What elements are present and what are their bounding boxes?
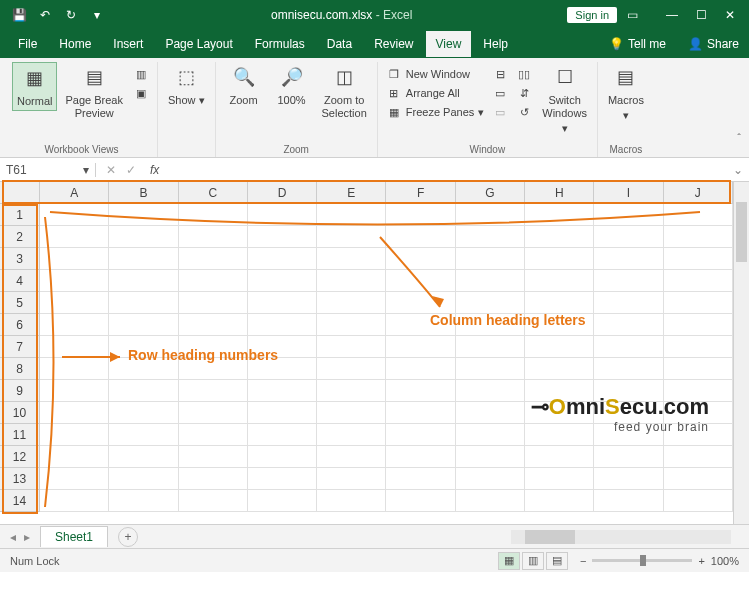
cell[interactable] — [40, 446, 109, 468]
cell[interactable] — [386, 424, 455, 446]
macros-button[interactable]: ▤ Macros ▾ — [604, 62, 648, 124]
cell[interactable] — [40, 226, 109, 248]
page-break-preview-button[interactable]: ▤ Page Break Preview — [61, 62, 126, 122]
cell[interactable] — [109, 270, 178, 292]
tab-insert[interactable]: Insert — [103, 31, 153, 57]
cell[interactable] — [248, 204, 317, 226]
cell[interactable] — [594, 226, 663, 248]
cell[interactable] — [40, 204, 109, 226]
maximize-icon[interactable]: ☐ — [696, 8, 707, 22]
cell[interactable] — [456, 336, 525, 358]
cell[interactable] — [109, 446, 178, 468]
cell[interactable] — [248, 490, 317, 512]
cell[interactable] — [525, 270, 594, 292]
cell[interactable] — [386, 248, 455, 270]
page-layout-icon[interactable]: ▥ — [133, 66, 149, 82]
fx-label[interactable]: fx — [146, 163, 159, 177]
cell[interactable] — [664, 292, 733, 314]
cell[interactable] — [109, 314, 178, 336]
zoom-out-button[interactable]: − — [580, 555, 586, 567]
cell[interactable] — [248, 446, 317, 468]
cell[interactable] — [40, 424, 109, 446]
cell[interactable] — [386, 336, 455, 358]
cell[interactable] — [40, 314, 109, 336]
cell[interactable] — [664, 270, 733, 292]
cell[interactable] — [317, 380, 386, 402]
cell[interactable] — [248, 402, 317, 424]
reset-pos-icon[interactable]: ↺ — [516, 104, 532, 120]
cell[interactable] — [525, 226, 594, 248]
cell[interactable] — [386, 226, 455, 248]
cell[interactable] — [317, 204, 386, 226]
cell[interactable] — [664, 446, 733, 468]
add-sheet-button[interactable]: + — [118, 527, 138, 547]
cell[interactable] — [109, 424, 178, 446]
cell[interactable] — [525, 490, 594, 512]
cell[interactable] — [109, 380, 178, 402]
status-normal-view-icon[interactable]: ▦ — [498, 552, 520, 570]
cell[interactable] — [179, 402, 248, 424]
name-box[interactable]: T61 ▾ — [0, 163, 96, 177]
cell[interactable] — [664, 336, 733, 358]
minimize-icon[interactable]: — — [666, 8, 678, 22]
cell[interactable] — [179, 226, 248, 248]
tab-page-layout[interactable]: Page Layout — [155, 31, 242, 57]
cell[interactable] — [386, 446, 455, 468]
save-icon[interactable]: 💾 — [10, 6, 28, 24]
tab-view[interactable]: View — [426, 31, 472, 57]
zoom-100-button[interactable]: 🔎 100% — [270, 62, 314, 109]
ribbon-options-icon[interactable]: ▭ — [627, 8, 638, 22]
split-icon[interactable]: ⊟ — [492, 66, 508, 82]
cell[interactable] — [456, 358, 525, 380]
sheet-tab[interactable]: Sheet1 — [40, 526, 108, 547]
cell[interactable] — [386, 270, 455, 292]
cell[interactable] — [525, 204, 594, 226]
namebox-dropdown-icon[interactable]: ▾ — [83, 163, 89, 177]
cell[interactable] — [179, 270, 248, 292]
cell[interactable] — [40, 402, 109, 424]
close-icon[interactable]: ✕ — [725, 8, 735, 22]
cell[interactable] — [317, 490, 386, 512]
cell[interactable] — [456, 468, 525, 490]
cell[interactable] — [456, 226, 525, 248]
cell[interactable] — [40, 270, 109, 292]
cell[interactable] — [248, 380, 317, 402]
cell[interactable] — [317, 468, 386, 490]
normal-view-button[interactable]: ▦ Normal — [12, 62, 57, 111]
qat-dropdown-icon[interactable]: ▾ — [88, 6, 106, 24]
cell[interactable] — [248, 292, 317, 314]
cell[interactable] — [179, 204, 248, 226]
cell[interactable] — [456, 270, 525, 292]
cell[interactable] — [386, 468, 455, 490]
cell[interactable] — [179, 424, 248, 446]
cell[interactable] — [248, 248, 317, 270]
custom-views-icon[interactable]: ▣ — [133, 85, 149, 101]
cell[interactable] — [386, 204, 455, 226]
cell[interactable] — [386, 402, 455, 424]
cell[interactable] — [594, 292, 663, 314]
cell[interactable] — [594, 468, 663, 490]
cell[interactable] — [40, 490, 109, 512]
zoom-in-button[interactable]: + — [698, 555, 704, 567]
cell[interactable] — [109, 292, 178, 314]
tab-data[interactable]: Data — [317, 31, 362, 57]
cell[interactable] — [109, 226, 178, 248]
cell[interactable] — [594, 358, 663, 380]
cell[interactable] — [317, 226, 386, 248]
cell[interactable] — [179, 446, 248, 468]
cell[interactable] — [594, 204, 663, 226]
zoom-level[interactable]: 100% — [711, 555, 739, 567]
cell[interactable] — [525, 358, 594, 380]
freeze-panes-button[interactable]: ▦Freeze Panes ▾ — [386, 104, 484, 120]
cancel-formula-icon[interactable]: ✕ — [106, 163, 116, 177]
cell[interactable] — [664, 314, 733, 336]
tab-home[interactable]: Home — [49, 31, 101, 57]
cell[interactable] — [179, 292, 248, 314]
tab-help[interactable]: Help — [473, 31, 518, 57]
hide-icon[interactable]: ▭ — [492, 85, 508, 101]
cell[interactable] — [248, 468, 317, 490]
zoom-slider[interactable] — [592, 559, 692, 562]
cell[interactable] — [386, 380, 455, 402]
cell[interactable] — [179, 314, 248, 336]
cell[interactable] — [179, 468, 248, 490]
